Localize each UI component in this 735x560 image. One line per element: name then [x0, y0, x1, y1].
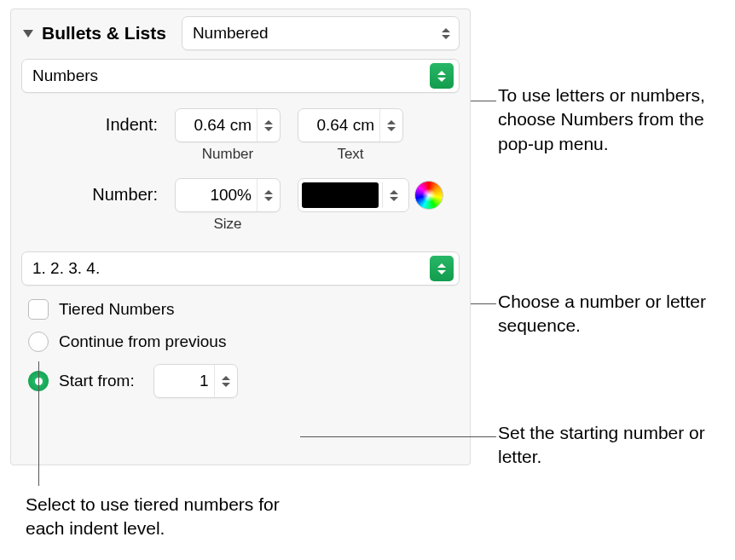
connector-line: [471, 303, 496, 304]
tiered-numbers-label: Tiered Numbers: [59, 300, 175, 319]
indent-number-stepper[interactable]: [175, 108, 281, 142]
updown-chevrons-icon: [430, 63, 454, 89]
stepper-arrows-icon[interactable]: [257, 109, 280, 141]
bullet-type-value: Numbers: [32, 66, 98, 85]
number-sequence-value: 1. 2. 3. 4.: [32, 259, 100, 278]
callout-tiered: Select to use tiered numbers for each in…: [26, 493, 315, 541]
start-from-row: Start from:: [28, 364, 460, 398]
number-sequence-popup[interactable]: 1. 2. 3. 4.: [21, 251, 460, 286]
indent-text-input[interactable]: [298, 116, 379, 135]
color-swatch: [302, 182, 379, 208]
callout-sequence: Choose a number or letter sequence.: [498, 290, 728, 338]
indent-label: Indent:: [72, 108, 158, 135]
start-from-label: Start from:: [59, 372, 135, 390]
bullet-type-popup[interactable]: Numbers: [21, 59, 460, 93]
indent-row: Indent: Number Text: [72, 108, 460, 163]
list-style-popup[interactable]: Numbered: [182, 16, 460, 50]
start-from-stepper[interactable]: [153, 364, 238, 398]
list-style-value: Numbered: [193, 24, 269, 43]
connector-line: [471, 101, 496, 101]
bullets-lists-panel: Bullets & Lists Numbered Numbers Indent:…: [10, 9, 471, 465]
indent-number-sublabel: Number: [202, 146, 253, 163]
number-size-input[interactable]: [176, 186, 257, 205]
number-label: Number:: [72, 178, 158, 205]
indent-text-stepper[interactable]: [298, 108, 403, 142]
stepper-arrows-icon[interactable]: [257, 179, 280, 211]
updown-chevrons-icon: [438, 28, 454, 39]
stepper-arrows-icon[interactable]: [214, 365, 237, 397]
section-title: Bullets & Lists: [42, 23, 166, 43]
connector-line: [38, 361, 39, 486]
connector-line: [300, 436, 496, 437]
number-size-sublabel: Size: [213, 216, 241, 233]
callout-startfrom: Set the starting number or letter.: [498, 421, 711, 470]
color-wheel-icon[interactable]: [414, 181, 443, 210]
callout-type-popup: To use letters or numbers, choose Number…: [498, 84, 720, 156]
continue-previous-label: Continue from previous: [59, 332, 226, 351]
stepper-arrows-icon[interactable]: [379, 109, 402, 141]
number-row: Number: Size: [72, 178, 460, 233]
indent-number-input[interactable]: [176, 116, 257, 135]
indent-text-sublabel: Text: [337, 146, 363, 163]
continue-previous-radio[interactable]: [28, 332, 49, 352]
tiered-numbers-row: Tiered Numbers: [28, 299, 460, 320]
number-size-stepper[interactable]: [175, 178, 281, 212]
updown-chevrons-icon[interactable]: [382, 182, 405, 208]
number-color-well[interactable]: [298, 178, 409, 212]
disclosure-triangle-icon[interactable]: [23, 30, 33, 38]
updown-chevrons-icon: [430, 256, 454, 281]
tiered-numbers-checkbox[interactable]: [28, 299, 49, 320]
start-from-input[interactable]: [154, 372, 214, 390]
section-header: Bullets & Lists Numbered: [21, 16, 460, 50]
continue-previous-row: Continue from previous: [28, 332, 460, 352]
